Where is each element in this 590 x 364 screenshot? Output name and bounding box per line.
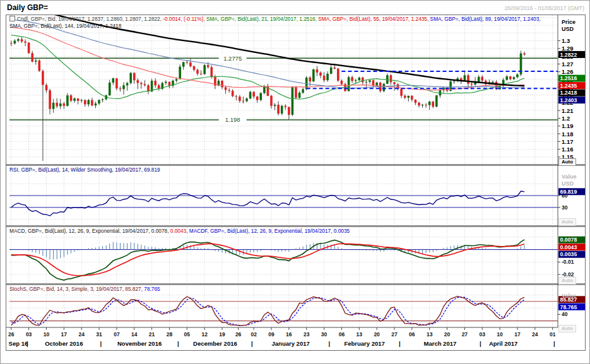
price-axis-title-line2: USD: [562, 26, 574, 32]
svg-text:26: 26: [8, 331, 15, 338]
svg-text:05: 05: [184, 331, 191, 338]
svg-text:1.198: 1.198: [225, 116, 240, 123]
svg-text:24: 24: [78, 331, 85, 338]
svg-text:19: 19: [219, 331, 225, 338]
svg-text:1.19: 1.19: [562, 122, 574, 129]
svg-text:1.27: 1.27: [562, 61, 574, 68]
legend-segment[interactable]: -0.0014, (-0.11%),: [163, 16, 206, 22]
main-legend-line2[interactable]: SMA, GBP=, Bid(Last), 144, 19/04/2017, 1…: [9, 23, 121, 30]
legend-segment[interactable]: MACD, GBP=, Bid(Last), 12, 26, 9, Expone…: [9, 228, 170, 234]
svg-text:1.29: 1.29: [562, 45, 574, 52]
svg-text:|: |: [553, 340, 555, 347]
svg-text:March 2017: March 2017: [424, 340, 457, 347]
svg-text:27: 27: [391, 331, 398, 338]
svg-text:09: 09: [268, 331, 274, 338]
svg-text:10: 10: [44, 331, 50, 338]
svg-text:13: 13: [357, 331, 363, 338]
svg-text:1.2516: 1.2516: [560, 75, 577, 81]
svg-text:1.17: 1.17: [562, 138, 574, 145]
svg-text:20: 20: [374, 331, 380, 338]
macd-badges: 0.00780.00430.0035: [558, 237, 585, 258]
svg-text:40: 40: [562, 311, 568, 317]
svg-text:|: |: [329, 340, 331, 347]
svg-text:February 2017: February 2017: [344, 340, 384, 347]
legend-segment[interactable]: RSI, GBP=, Bid(Last), 14, Wilder Smoothi…: [9, 167, 160, 173]
stoch-axis-auto-button[interactable]: Auto: [558, 325, 576, 332]
chart-canvas[interactable]: 1.27751.1981.31.291.281.271.261.251.241.…: [6, 15, 585, 350]
rsi-axis-auto-button[interactable]: Auto: [558, 218, 576, 226]
svg-text:27: 27: [462, 331, 468, 338]
svg-text:1.2403: 1.2403: [560, 97, 577, 103]
svg-text:06: 06: [339, 331, 345, 338]
stoch-axis-title: Value: [562, 293, 577, 299]
svg-text:07: 07: [114, 331, 120, 338]
svg-text:0.0035: 0.0035: [560, 251, 577, 257]
svg-text:January 2017: January 2017: [272, 340, 310, 347]
svg-text:30: 30: [321, 331, 327, 338]
price-axis-title-line1: Price: [562, 19, 575, 25]
svg-text:31: 31: [96, 331, 102, 338]
legend-segment[interactable]: StochS, GBP=, Bid, 14, 3, Simple, 3, 19/…: [9, 286, 144, 292]
legend-segment[interactable]: 0.0043: [170, 228, 186, 234]
svg-text:1.2418: 1.2418: [560, 90, 577, 96]
svg-text:1.26: 1.26: [562, 68, 574, 75]
svg-text:1.18: 1.18: [562, 131, 574, 138]
macd-legend[interactable]: MACD, GBP=, Bid(Last), 12, 26, 9, Expone…: [9, 228, 350, 235]
legend-segment[interactable]: 78.765: [144, 286, 160, 292]
svg-text:1.16: 1.16: [562, 146, 574, 153]
rsi-axis-title-line2: USD: [562, 180, 574, 187]
svg-text:Sep 16: Sep 16: [9, 340, 28, 347]
date-range-label: 26/09/2016 - 01/05/2017 (GMT): [504, 5, 584, 11]
legend-segment[interactable]: SMA, GBP=, Bid(Last), 21, 19/04/2017, 1.…: [206, 16, 318, 22]
legend-collapse-icon[interactable]: [9, 16, 15, 21]
legend-segment[interactable]: , MACDF, GBP=, Bid(Last), 12, 26, 9, Exp…: [186, 228, 350, 234]
svg-text:1.2435: 1.2435: [560, 83, 577, 89]
svg-text:28: 28: [167, 331, 173, 338]
svg-text:|: |: [100, 340, 102, 347]
rsi-legend[interactable]: RSI, GBP=, Bid(Last), 14, Wilder Smoothi…: [9, 167, 160, 173]
svg-text:20: 20: [444, 331, 451, 338]
legend-segment[interactable]: SMA, GBP=, Bid(Last), 89, 19/04/2017, 1.…: [430, 16, 541, 22]
svg-text:78.765: 78.765: [560, 304, 577, 310]
svg-text:21: 21: [149, 331, 155, 338]
svg-text:|: |: [177, 340, 179, 347]
main-legend-line1[interactable]: Cndl, GBP=, Bid, 19/04/2017, 1.2837, 1.2…: [9, 16, 541, 23]
svg-text:1.21: 1.21: [562, 107, 574, 114]
chart-window: Daily GBP= 26/09/2016 - 01/05/2017 (GMT)…: [0, 0, 590, 364]
svg-text:12: 12: [201, 331, 208, 338]
svg-text:17: 17: [514, 331, 521, 338]
svg-text:13: 13: [427, 331, 433, 338]
svg-text:17: 17: [61, 331, 68, 338]
svg-text:24: 24: [532, 331, 538, 338]
svg-text:|: |: [251, 340, 253, 347]
svg-text:03: 03: [26, 331, 32, 338]
svg-text:1.2775: 1.2775: [223, 55, 242, 62]
price-axis-auto-button[interactable]: Auto: [558, 158, 576, 166]
rsi-axis-title-line1: Value: [562, 173, 577, 180]
svg-text:|: |: [27, 340, 28, 347]
svg-text:|: |: [399, 340, 401, 347]
chart-area: 1.27751.1981.31.291.281.271.261.251.241.…: [6, 15, 586, 351]
svg-text:1.3: 1.3: [562, 37, 570, 44]
rsi-badges: 69.819: [558, 188, 585, 195]
svg-text:01: 01: [550, 331, 556, 338]
svg-text:16: 16: [286, 331, 292, 338]
svg-text:October 2016: October 2016: [45, 340, 83, 347]
title-bar: Daily GBP= 26/09/2016 - 01/05/2017 (GMT): [1, 1, 589, 15]
svg-text:December 2016: December 2016: [193, 340, 237, 347]
page-title: Daily GBP=: [7, 3, 48, 12]
legend-segment[interactable]: SMA, GBP=, Bid(Last), 55, 19/04/2017, 1.…: [318, 16, 430, 22]
legend-segment[interactable]: Cndl, GBP=, Bid, 19/04/2017, 1.2837, 1.2…: [17, 16, 163, 22]
svg-text:0.0043: 0.0043: [560, 244, 577, 250]
stoch-legend[interactable]: StochS, GBP=, Bid, 14, 3, Simple, 3, 19/…: [9, 286, 160, 293]
svg-text:November 2016: November 2016: [117, 340, 162, 347]
svg-text:-0.01: -0.01: [562, 259, 574, 265]
svg-text:1.2822: 1.2822: [560, 52, 577, 58]
macd-axis-auto-button[interactable]: Auto: [558, 277, 576, 285]
legend-segment[interactable]: SMA, GBP=, Bid(Last), 144, 19/04/2017, 1…: [9, 23, 121, 29]
svg-text:26: 26: [235, 331, 242, 338]
svg-text:03: 03: [479, 331, 485, 338]
svg-text:|: |: [480, 340, 481, 347]
svg-text:10: 10: [497, 331, 503, 338]
svg-text:30: 30: [562, 204, 568, 211]
